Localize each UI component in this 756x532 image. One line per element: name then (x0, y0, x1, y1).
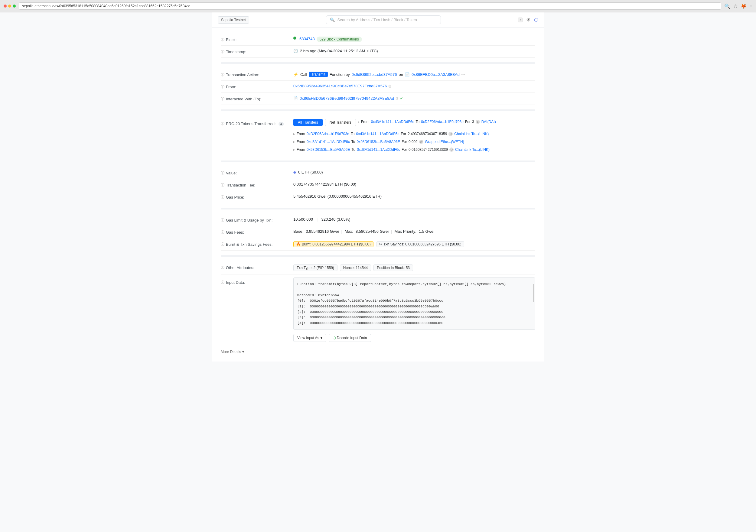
gas-priority-label: Max Priority: (395, 229, 417, 234)
gas-limit-value: 10,500,000 | 320,240 (3.05%) (293, 217, 535, 222)
input-actions: View Input As ▾ ⬡ Decode Input Data (293, 334, 371, 342)
transfer-to-addr-2[interactable]: 0x98D6153b...Ba5A8A06E (357, 140, 400, 144)
gas-base-text: 3.955462916 Gwei (306, 229, 339, 234)
value-value: ◆ 0 ETH ($0.00) (293, 170, 535, 174)
action-address1-link[interactable]: 0x6dB8952e...cbd37A576 (352, 72, 397, 77)
content-area: ⓘ Block: 5834743 629 Block Confirmations… (212, 28, 544, 361)
from-value: 0x6dB8952e4963541c9Cc8Be7e578E97Fcbd37A5… (293, 84, 535, 88)
burnt-label: Burnt & Txn Savings Fees: (226, 242, 272, 247)
action-label: Transaction Action: (226, 72, 259, 77)
view-input-button[interactable]: View Input As ▾ (293, 334, 326, 342)
page-container: Sepolia Testnet 🔍 Search by Address / Tx… (212, 13, 544, 361)
from-address-link[interactable]: 0x6dB8952e4963541c9Cc8Be7e578E97Fcbd37A5… (293, 84, 387, 88)
transfer-from-label-0: From (361, 120, 369, 124)
action-address2-link[interactable]: 0x86EFBD0b...2A3A8E8Ad (412, 72, 460, 77)
transfer-token-1[interactable]: ChainLink To...(LINK) (454, 132, 489, 136)
confirmations-badge: 629 Block Confirmations (317, 37, 362, 42)
contract-doc-icon: 📄 (293, 96, 298, 100)
gas-fees-help-icon[interactable]: ⓘ (221, 230, 224, 235)
contract-file-icon: 📄 (405, 72, 410, 77)
timestamp-help-icon[interactable]: ⓘ (221, 49, 224, 54)
more-details-text: More Details (221, 350, 241, 354)
token-icon-weth: Ⓦ (419, 140, 423, 144)
section-divider-2 (221, 109, 535, 111)
fire-icon: 🔥 (296, 242, 301, 246)
from-help-icon[interactable]: ⓘ (221, 84, 224, 90)
transfer-from-addr-0[interactable]: 0xd3A1d141...1AaDDdF6c (371, 120, 414, 124)
transfer-from-label-2: From (297, 140, 305, 144)
token-icon-link1: ⬡ (448, 132, 453, 136)
menu-icon[interactable]: ≡ (750, 3, 752, 9)
burnt-help-icon[interactable]: ⓘ (221, 242, 224, 247)
browser-bar: sepolia.etherscan.io/tx/0x0395d5318115a5… (0, 0, 756, 13)
txn-type-badge: Txn Type: 2 (EIP-1559) (293, 264, 338, 271)
erc20-label: ERC-20 Tokens Transferred: (226, 121, 276, 126)
timestamp-row: ⓘ Timestamp: 🕐 2 hrs ago (May-04-2024 11… (221, 46, 535, 58)
action-value: ⚡ Call Transmit Function by 0x6dB8952e..… (293, 72, 535, 77)
gas-limit-text: 10,500,000 (293, 217, 313, 222)
erc20-row: ⓘ ERC-20 Tokens Transferred: 4 All Trans… (221, 116, 535, 156)
gas-limit-row: ⓘ Gas Limit & Usage by Txn: 10,500,000 |… (221, 214, 535, 226)
transfer-for-label-1: For (401, 132, 406, 136)
decode-input-button[interactable]: ⬡ Decode Input Data (329, 334, 371, 342)
to-row: ⓘ Interacted With (To): 📄 0x86EFBD0b6736… (221, 93, 535, 105)
top-nav: Sepolia Testnet 🔍 Search by Address / Tx… (212, 13, 544, 28)
gas-limit-label: Gas Limit & Usage by Txn: (226, 218, 272, 223)
to-address-link[interactable]: 0x86EFBD0b6736Bed994962f9797049422A3A8E8… (300, 96, 394, 101)
gas-fees-label-col: ⓘ Gas Fees: (221, 229, 287, 235)
from-label: From: (226, 85, 236, 89)
action-help-icon[interactable]: ⓘ (221, 72, 224, 77)
to-help-icon[interactable]: ⓘ (221, 96, 224, 102)
erc20-help-icon[interactable]: ⓘ (221, 121, 224, 126)
transfer-from-addr-3[interactable]: 0x98D6153b...Ba5A8A06E (307, 147, 350, 152)
theme-icon[interactable]: ☀ (526, 17, 530, 23)
close-dot (4, 5, 7, 8)
gas-base-label: Base: (293, 229, 303, 234)
transfer-to-addr-0[interactable]: 0xD2F06Ada...b1F9d703e (421, 120, 464, 124)
other-label-col: ⓘ Other Attributes: (221, 264, 287, 270)
edit-icon[interactable]: ✏ (461, 72, 465, 77)
transfer-to-addr-3[interactable]: 0xd3A1d141...1AaDDdF6c (357, 147, 400, 152)
block-help-icon[interactable]: ⓘ (221, 37, 224, 42)
eth-icon[interactable]: ⬡ (534, 17, 538, 23)
savings-badge: ✂ Txn Savings: 0.0010006832427696 ETH ($… (376, 241, 464, 247)
block-number-link[interactable]: 5834743 (299, 37, 315, 41)
transfer-arrow-2: ▸ (293, 140, 295, 144)
to-label: Interacted With (To): (226, 97, 261, 101)
input-help-icon[interactable]: ⓘ (221, 280, 224, 285)
transfer-from-label-1: From (297, 132, 305, 136)
other-help-icon[interactable]: ⓘ (221, 265, 224, 270)
decode-label: Decode Input Data (337, 336, 367, 340)
from-copy-icon[interactable]: ⎘ (389, 84, 391, 88)
transfer-token-2[interactable]: Wrapped Ethe...(WETH) (425, 140, 464, 144)
value-help-icon[interactable]: ⓘ (221, 171, 224, 175)
search-bar[interactable]: 🔍 Search by Address / Txn Hash / Block /… (326, 15, 441, 24)
fee-help-icon[interactable]: ⓘ (221, 183, 224, 188)
transfer-to-addr-1[interactable]: 0xd3A1d141...1AaDDdF6c (356, 132, 399, 136)
url-bar[interactable]: sepolia.etherscan.io/tx/0x0395d5318115a5… (19, 2, 721, 10)
transfer-from-addr-2[interactable]: 0xd3A1d141...1AaDDdF6c (307, 140, 350, 144)
input-data-box[interactable]: Function: transmit(bytes32[3] reportCont… (293, 278, 535, 330)
section-divider-1 (221, 62, 535, 64)
token-icon-link2: ⬡ (449, 147, 454, 152)
more-details[interactable]: More Details ▾ (221, 345, 535, 356)
transfer-token-3[interactable]: ChainLink To...(LINK) (455, 147, 490, 152)
transfer-arrow-0: ▸ (358, 120, 360, 124)
gas-price-row: ⓘ Gas Price: 5.455462916 Gwei (0.0000000… (221, 191, 535, 203)
transfer-from-addr-1[interactable]: 0xD2F06Ada...b1F9d703e (307, 132, 349, 136)
gas-limit-help-icon[interactable]: ⓘ (221, 218, 224, 223)
search-icon[interactable]: 🔍 (724, 3, 730, 9)
gas-priority-text: 1.5 Gwei (419, 229, 434, 234)
scrollbar[interactable] (533, 284, 534, 302)
net-transfers-tab[interactable]: Net Transfers (325, 119, 356, 126)
to-copy-icon[interactable]: ⎘ (396, 96, 398, 100)
gas-fees-label: Gas Fees: (226, 230, 244, 235)
gas-price-help-icon[interactable]: ⓘ (221, 195, 224, 200)
view-input-label: View Input As (297, 336, 319, 340)
bookmark-icon[interactable]: ☆ (733, 3, 738, 9)
all-transfers-tab[interactable]: All Transfers (293, 119, 323, 126)
extension-icon[interactable]: 🦊 (741, 3, 747, 9)
transfer-token-0[interactable]: DAI(DAI) (481, 120, 496, 124)
network-badge[interactable]: Sepolia Testnet (218, 16, 249, 24)
other-row: ⓘ Other Attributes: Txn Type: 2 (EIP-155… (221, 261, 535, 275)
